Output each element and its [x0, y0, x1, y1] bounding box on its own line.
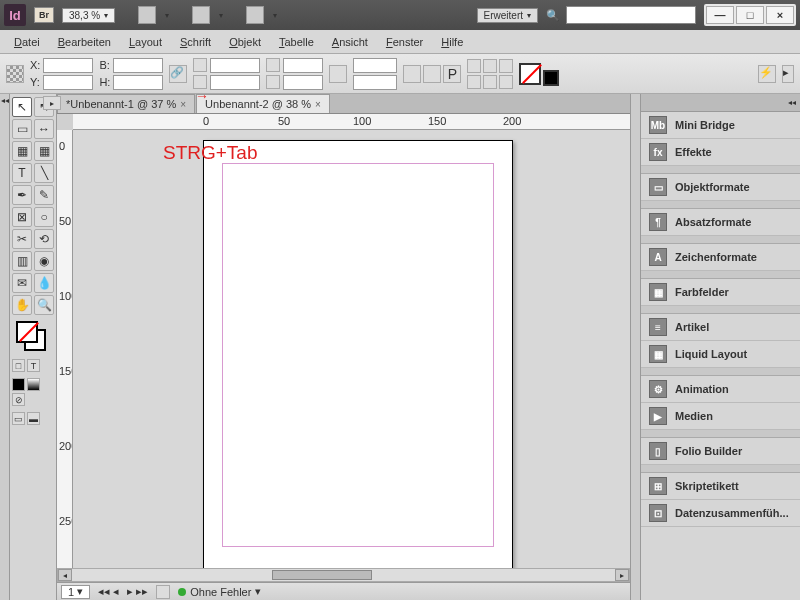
vertical-ruler[interactable]: 0 50 100 150 200 250: [57, 130, 73, 600]
tab-unbenannt-1[interactable]: *Unbenannt-1 @ 37 %×: [57, 94, 195, 113]
normal-view-icon[interactable]: ▭: [12, 412, 25, 425]
panel-collapse-icon[interactable]: ◂◂: [641, 94, 800, 112]
minimize-button[interactable]: —: [706, 6, 734, 24]
stroke-swatch[interactable]: [543, 70, 559, 86]
h-input[interactable]: [113, 75, 163, 90]
scale-y-input[interactable]: [210, 75, 260, 90]
shear-input[interactable]: [283, 75, 323, 90]
panel-skriptetikett[interactable]: ⊞Skriptetikett: [641, 473, 800, 500]
w-input[interactable]: [113, 58, 163, 73]
reference-point-icon[interactable]: [6, 65, 24, 83]
panel-effekte[interactable]: fxEffekte: [641, 139, 800, 166]
menu-fenster[interactable]: Fenster: [378, 33, 431, 51]
panel-absatzformate[interactable]: ¶Absatzformate: [641, 209, 800, 236]
apply-none-icon[interactable]: ⊘: [12, 393, 25, 406]
distribute2-icon[interactable]: [483, 75, 497, 89]
select-container-icon[interactable]: [403, 65, 421, 83]
spacing-icon[interactable]: [499, 75, 513, 89]
gradient-swatch-tool[interactable]: ▥: [12, 251, 32, 271]
page-number-field[interactable]: 1 ▾: [61, 585, 90, 599]
flip-h-icon[interactable]: [329, 65, 347, 83]
panel-artikel[interactable]: ≡Artikel: [641, 314, 800, 341]
menu-schrift[interactable]: Schrift: [172, 33, 219, 51]
canvas[interactable]: STRG+Tab: [73, 130, 630, 600]
panel-medien[interactable]: ▶Medien: [641, 403, 800, 430]
panel-liquid-layout[interactable]: ▦Liquid Layout: [641, 341, 800, 368]
apply-gradient-icon[interactable]: [27, 378, 40, 391]
stroke-style-input[interactable]: [353, 75, 397, 90]
close-button[interactable]: ×: [766, 6, 794, 24]
menu-ansicht[interactable]: Ansicht: [324, 33, 376, 51]
zoom-tool[interactable]: 🔍: [34, 295, 54, 315]
panel-farbfelder[interactable]: ▦Farbfelder: [641, 279, 800, 306]
distribute-icon[interactable]: [483, 59, 497, 73]
document-page[interactable]: [203, 140, 513, 570]
menu-tabelle[interactable]: Tabelle: [271, 33, 322, 51]
content-collector-tool[interactable]: ▦: [12, 141, 32, 161]
pencil-tool[interactable]: ✎: [34, 185, 54, 205]
free-transform-tool[interactable]: ⟲: [34, 229, 54, 249]
constrain-icon[interactable]: 🔗: [169, 65, 187, 83]
ellipse-tool[interactable]: ○: [34, 207, 54, 227]
rectangle-frame-tool[interactable]: ⊠: [12, 207, 32, 227]
align2-icon[interactable]: [467, 75, 481, 89]
panel-objektformate[interactable]: ▭Objektformate: [641, 174, 800, 201]
nav-prev-icon[interactable]: ◂◂ ◂: [98, 585, 119, 598]
pen-tool[interactable]: ✒: [12, 185, 32, 205]
note-tool[interactable]: ✉: [12, 273, 32, 293]
scrollbar-thumb[interactable]: [272, 570, 372, 580]
right-dock-strip[interactable]: [630, 94, 640, 600]
pathfinder-icon[interactable]: [499, 59, 513, 73]
line-tool[interactable]: ╲: [34, 163, 54, 183]
format-text-icon[interactable]: T: [27, 359, 40, 372]
menu-layout[interactable]: Layout: [121, 33, 170, 51]
close-tab-icon[interactable]: ×: [315, 99, 321, 110]
eyedropper-tool[interactable]: 💧: [34, 273, 54, 293]
horizontal-scrollbar[interactable]: ◂ ▸: [57, 568, 630, 582]
rotate-input[interactable]: [283, 58, 323, 73]
view-options-icon[interactable]: [138, 6, 156, 24]
placeholder-text-icon[interactable]: P: [443, 65, 461, 83]
close-tab-icon[interactable]: ×: [180, 99, 186, 110]
tab-unbenannt-2[interactable]: Unbenannt-2 @ 38 %×: [196, 94, 330, 113]
type-tool[interactable]: T: [12, 163, 32, 183]
menu-objekt[interactable]: Objekt: [221, 33, 269, 51]
workspace-dropdown[interactable]: Erweitert: [477, 8, 538, 23]
selection-tool[interactable]: ↖: [12, 97, 32, 117]
screen-mode-icon[interactable]: [192, 6, 210, 24]
panel-menu-icon[interactable]: ▸: [782, 65, 794, 83]
select-content-icon[interactable]: [423, 65, 441, 83]
bridge-badge-icon[interactable]: Br: [34, 7, 54, 23]
apply-black-icon[interactable]: [12, 378, 25, 391]
zoom-level-dropdown[interactable]: 38,3 %: [62, 8, 115, 23]
preview-view-icon[interactable]: ▬: [27, 412, 40, 425]
apply-color-icon[interactable]: □: [12, 359, 25, 372]
panel-folio-builder[interactable]: ▯Folio Builder: [641, 438, 800, 465]
scissors-tool[interactable]: ✂: [12, 229, 32, 249]
gap-tool[interactable]: ↔: [34, 119, 54, 139]
nav-next-icon[interactable]: ▸ ▸▸: [127, 585, 148, 598]
tab-flyout-icon[interactable]: ▸: [43, 96, 61, 110]
scale-x-input[interactable]: [210, 58, 260, 73]
panel-zeichenformate[interactable]: AZeichenformate: [641, 244, 800, 271]
scroll-left-icon[interactable]: ◂: [58, 569, 72, 581]
y-input[interactable]: [43, 75, 93, 90]
scroll-right-icon[interactable]: ▸: [615, 569, 629, 581]
x-input[interactable]: [43, 58, 93, 73]
page-tool[interactable]: ▭: [12, 119, 32, 139]
panel-animation[interactable]: ⚙Animation: [641, 376, 800, 403]
gradient-feather-tool[interactable]: ◉: [34, 251, 54, 271]
fill-stroke-swatches[interactable]: [16, 321, 46, 351]
menu-datei[interactable]: Datei: [6, 33, 48, 51]
horizontal-ruler[interactable]: 0 50 100 150 200: [73, 114, 630, 130]
arrange-docs-icon[interactable]: [246, 6, 264, 24]
left-dock-strip[interactable]: ◂◂: [0, 94, 10, 600]
menu-bearbeiten[interactable]: Bearbeiten: [50, 33, 119, 51]
hand-tool[interactable]: ✋: [12, 295, 32, 315]
search-input[interactable]: [566, 6, 696, 24]
maximize-button[interactable]: □: [736, 6, 764, 24]
menu-hilfe[interactable]: Hilfe: [433, 33, 471, 51]
panel-datenzusammenf-h---[interactable]: ⊡Datenzusammenfüh...: [641, 500, 800, 527]
stroke-weight-input[interactable]: [353, 58, 397, 73]
align-icon[interactable]: [467, 59, 481, 73]
